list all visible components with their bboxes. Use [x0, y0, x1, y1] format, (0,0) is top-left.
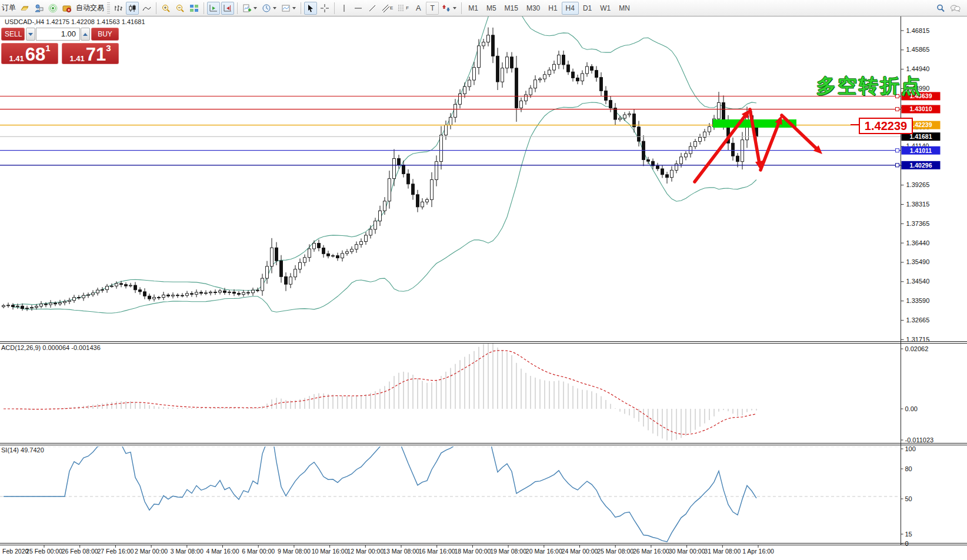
equidistant-channel-icon[interactable]: E [380, 2, 395, 15]
buy-price-pip: 3 [106, 44, 111, 52]
time-axis[interactable] [0, 545, 901, 560]
signal-icon[interactable] [46, 2, 59, 15]
timeframe-button-M1[interactable]: M1 [464, 2, 482, 15]
chat-icon[interactable] [948, 2, 962, 15]
expert-advisor-icon[interactable] [32, 2, 45, 15]
buy-button[interactable]: BUY [91, 28, 119, 41]
spin-up-icon [83, 33, 88, 36]
volume-increase-button[interactable] [81, 28, 90, 41]
arrows-dropdown-caret[interactable] [453, 7, 456, 9]
channel-sub-label: E [390, 5, 393, 11]
chart-shift-icon[interactable] [221, 2, 234, 15]
templates-dropdown-caret[interactable] [292, 7, 296, 9]
timeframe-button-M5[interactable]: M5 [482, 2, 501, 15]
timeframe-button-M15[interactable]: M15 [501, 2, 522, 15]
line-chart-icon[interactable] [140, 2, 153, 15]
timeframe-button-W1[interactable]: W1 [596, 2, 615, 15]
periods-clock-icon[interactable] [260, 2, 278, 15]
tile-windows-icon[interactable] [188, 2, 201, 15]
sell-price-pip: 1 [45, 44, 50, 52]
arrows-tool-icon[interactable] [440, 2, 458, 15]
turning-point-annotation[interactable]: 多空转折点 [816, 73, 922, 99]
candlestick-chart-icon[interactable] [126, 2, 139, 15]
spin-down-icon [28, 33, 33, 36]
text-label-tool-icon[interactable]: T [426, 2, 439, 15]
bar-chart-icon[interactable] [112, 2, 125, 15]
toolbar-handle [107, 2, 110, 14]
indicators-icon[interactable] [241, 2, 259, 15]
buy-price-prefix: 1.41 [69, 55, 84, 62]
search-icon[interactable] [934, 2, 947, 15]
sell-price-main: 68 [25, 47, 45, 62]
rsi-indicator-label: SI(14) 49.7420 [1, 446, 44, 454]
timeframe-button-M30[interactable]: M30 [522, 2, 544, 15]
autotrading-button[interactable]: 自动交易 [76, 3, 104, 13]
fibo-sub-label: F [406, 5, 409, 11]
horizontal-line-icon[interactable] [352, 2, 365, 15]
auto-scroll-icon[interactable] [207, 2, 220, 15]
price-level-label[interactable]: 1.42239 [859, 118, 913, 134]
cursor-icon[interactable] [304, 2, 317, 15]
macd-indicator-label: ACD(12,26,9) 0.000064 -0.001436 [1, 344, 101, 351]
trendline-icon[interactable] [366, 2, 379, 15]
text-tool-icon[interactable]: A [412, 2, 425, 15]
volume-input[interactable]: 1.00 [36, 28, 80, 41]
timeframe-toolbar: M1M5M15M30H1H4D1W1MN [464, 2, 634, 15]
autotrading-icon[interactable] [61, 2, 74, 15]
timeframe-button-MN[interactable]: MN [615, 2, 634, 15]
zoom-out-icon[interactable] [174, 2, 186, 15]
new-order-button[interactable]: 订单 [2, 3, 16, 13]
crosshair-icon[interactable] [318, 2, 331, 15]
indicators-dropdown-caret[interactable] [254, 7, 257, 9]
timeframe-button-D1[interactable]: D1 [579, 2, 596, 15]
sell-button[interactable]: SELL [1, 28, 25, 41]
sell-price-button[interactable]: 1.41 68 1 [1, 43, 58, 64]
price-label-connector [851, 124, 859, 125]
timeframe-button-H4[interactable]: H4 [562, 2, 579, 15]
one-click-trading-panel: SELL 1.00 BUY 1.41 68 1 1.41 71 3 [1, 28, 119, 64]
symbol-ohlc-info: USDCAD-,H4 1.42175 1.42208 1.41563 1.416… [5, 18, 145, 25]
buy-price-button[interactable]: 1.41 71 3 [62, 43, 119, 64]
gold-icon[interactable] [18, 2, 31, 15]
buy-price-main: 71 [86, 47, 106, 62]
fibonacci-icon[interactable]: F [396, 2, 411, 15]
volume-decrease-button[interactable] [26, 28, 35, 41]
timeframe-button-H1[interactable]: H1 [544, 2, 561, 15]
periods-dropdown-caret[interactable] [273, 7, 276, 9]
sell-price-prefix: 1.41 [9, 55, 24, 62]
main-toolbar: 订单 自动交易 [0, 0, 967, 16]
templates-icon[interactable] [279, 2, 298, 15]
vertical-line-icon[interactable] [338, 2, 351, 15]
zoom-in-icon[interactable] [159, 2, 172, 15]
